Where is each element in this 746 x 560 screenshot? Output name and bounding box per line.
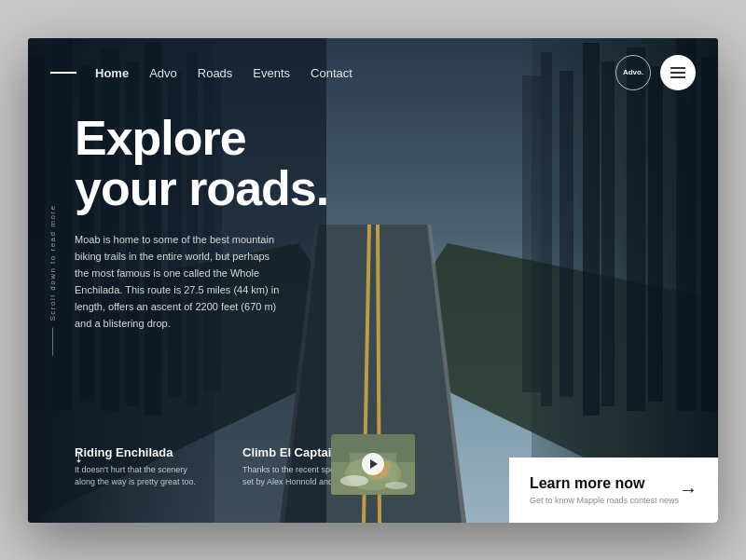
video-thumb-inner	[331, 434, 415, 495]
hero-section: Home Advo Roads Events Contact Advo. Scr…	[28, 38, 718, 523]
learn-card-subtitle: Get to know Mapple roads contest news	[530, 496, 679, 505]
nav-link-advo[interactable]: Advo	[149, 66, 177, 80]
nav-link-events[interactable]: Events	[253, 66, 290, 80]
hero-content: Explore your roads. Moab is home to some…	[75, 113, 718, 333]
video-thumbnail[interactable]	[331, 434, 415, 495]
hero-description: Moab is home to some of the best mountai…	[75, 231, 280, 333]
nav-logo-line	[50, 72, 76, 74]
learn-card-title: Learn more now	[530, 475, 679, 492]
nav-link-roads[interactable]: Roads	[198, 66, 233, 80]
svg-point-36	[340, 475, 368, 486]
navbar: Home Advo Roads Events Contact Advo.	[28, 38, 718, 107]
svg-point-37	[385, 482, 408, 489]
play-button[interactable]	[362, 453, 384, 475]
scroll-line	[52, 328, 53, 356]
scroll-indicator: Scroll down to read more	[48, 204, 57, 356]
browser-window: Home Advo Roads Events Contact Advo. Scr…	[28, 38, 718, 523]
card-riding-title: Riding Enchilada	[75, 445, 205, 459]
learn-card-content: Learn more now Get to know Mapple roads …	[530, 475, 698, 505]
learn-more-card[interactable]: Learn more now Get to know Mapple roads …	[509, 458, 718, 523]
hero-title: Explore your roads.	[75, 113, 718, 214]
nav-badge[interactable]: Advo.	[615, 55, 651, 90]
card-riding: Riding Enchilada It doesn't hurt that th…	[75, 445, 205, 489]
play-icon	[370, 459, 378, 469]
nav-menu-button[interactable]	[660, 55, 696, 90]
scroll-text: Scroll down to read more	[48, 204, 57, 321]
bottom-cards: Riding Enchilada It doesn't hurt that th…	[28, 399, 509, 523]
arrow-right-icon: →	[679, 479, 698, 500]
card-riding-desc: It doesn't hurt that the scenery along t…	[75, 464, 205, 489]
nav-links: Home Advo Roads Events Contact	[95, 64, 615, 81]
nav-link-contact[interactable]: Contact	[311, 66, 352, 80]
scroll-down-arrow[interactable]: ↓	[75, 447, 83, 467]
hamburger-icon	[670, 67, 685, 78]
nav-link-home[interactable]: Home	[95, 66, 129, 80]
